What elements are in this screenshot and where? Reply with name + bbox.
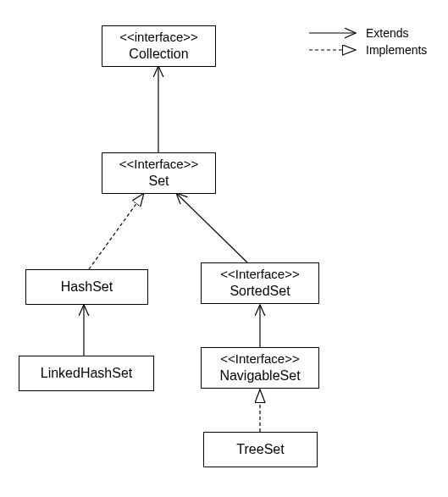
class-name: Collection [102,46,215,63]
class-name: TreeSet [204,441,317,458]
legend-extends-label: Extends [366,26,409,40]
class-name: SortedSet [202,283,318,300]
class-name: HashSet [26,279,147,295]
svg-line-2 [176,193,247,262]
stereotype: <<Interface>> [202,351,318,367]
stereotype: <<interface>> [102,30,215,46]
node-treeset: TreeSet [203,432,318,467]
class-name: LinkedHashSet [19,365,153,382]
node-linkedhashset: LinkedHashSet [19,356,154,391]
node-collection: <<interface>> Collection [102,25,216,67]
legend-implements-label: Implements [366,43,427,57]
class-name: Set [102,173,215,190]
node-sortedset: <<Interface>> SortedSet [201,262,319,304]
diagram-edges [0,0,448,497]
svg-line-1 [89,193,144,269]
class-name: NavigableSet [202,367,318,384]
node-hashset: HashSet [25,269,148,305]
node-set: <<Interface>> Set [102,152,216,194]
stereotype: <<Interface>> [202,267,318,283]
node-navigableset: <<Interface>> NavigableSet [201,347,319,389]
stereotype: <<Interface>> [102,157,215,173]
